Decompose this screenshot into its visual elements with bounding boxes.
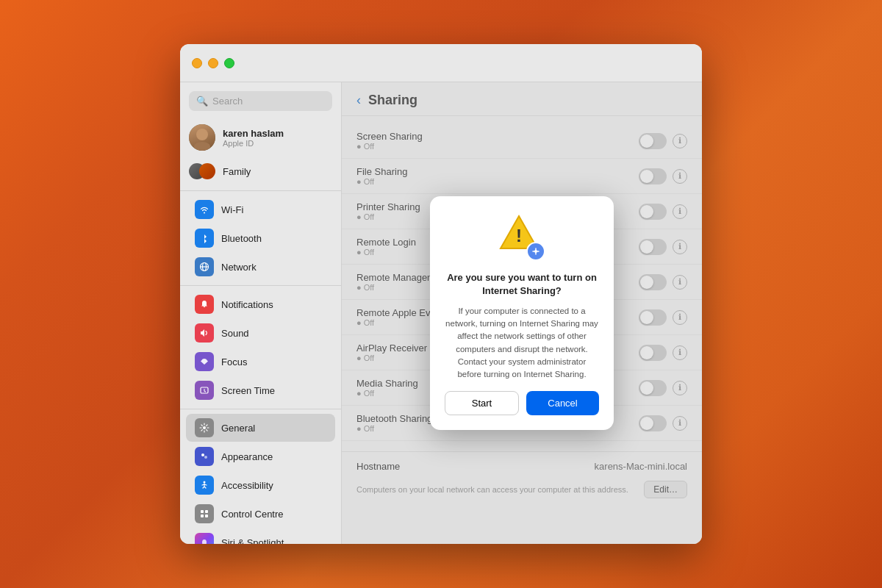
sidebar-item-bluetooth[interactable]: Bluetooth [186,224,335,252]
sidebar-item-accessibility[interactable]: Accessibility [186,471,335,499]
sidebar-item-network[interactable]: Network [186,253,335,281]
traffic-lights [192,58,234,68]
confirmation-modal: ! Are you sure you want to turn on Inter… [430,196,614,431]
general-icon [195,418,214,437]
notifications-icon [195,295,214,314]
sidebar-item-sound[interactable]: Sound [186,319,335,347]
screentime-label: Screen Time [221,385,275,396]
sidebar-item-wifi[interactable]: Wi-Fi [186,196,335,223]
screentime-icon [195,381,214,400]
controlcentre-icon [195,504,214,523]
family-icon-b [199,163,215,179]
notifications-label: Notifications [221,299,273,310]
sidebar-divider-1 [180,190,341,191]
sidebar-item-focus[interactable]: Focus [186,348,335,376]
accessibility-icon [195,476,214,495]
right-panel: ‹ Sharing Screen Sharing ● Off ℹ [342,82,702,544]
svg-point-6 [204,481,206,484]
sound-icon [195,323,214,343]
main-content: 🔍 Search karen haslam Apple ID F [180,82,702,544]
user-section[interactable]: karen haslam Apple ID [180,120,341,155]
focus-label: Focus [221,356,247,368]
start-button[interactable]: Start [445,391,519,415]
system-preferences-window: 🔍 Search karen haslam Apple ID F [180,44,702,544]
bluetooth-icon [195,229,214,248]
svg-rect-10 [205,514,208,517]
siri-label: Siri & Spotlight [221,537,284,545]
modal-body: If your computer is connected to a netwo… [445,305,599,381]
svg-point-5 [204,456,207,459]
network-icon [195,257,214,276]
general-label: General [221,423,255,434]
sidebar-item-notifications[interactable]: Notifications [186,290,335,318]
svg-text:!: ! [516,226,522,245]
search-placeholder: Search [212,96,243,107]
svg-rect-8 [205,510,208,513]
modal-buttons: Start Cancel [445,391,599,415]
family-label: Family [223,166,251,177]
sound-label: Sound [221,328,249,339]
minimize-button[interactable] [208,58,218,68]
network-label: Network [221,262,257,273]
sidebar-item-family[interactable]: Family [180,158,341,184]
sidebar-item-controlcentre[interactable]: Control Centre [186,500,335,528]
controlcentre-label: Control Centre [221,509,284,520]
sidebar-item-screentime[interactable]: Screen Time [186,376,335,404]
user-name: karen haslam [223,128,284,139]
modal-icon-area: ! [498,214,545,261]
sidebar-divider-2 [180,285,341,286]
search-bar[interactable]: 🔍 Search [189,91,332,111]
sidebar-divider-3 [180,409,341,409]
sidebar-item-general[interactable]: General [186,414,335,442]
siri-icon [195,533,214,544]
svg-rect-7 [201,510,204,513]
sidebar: 🔍 Search karen haslam Apple ID F [180,82,342,544]
wifi-label: Wi-Fi [221,204,243,215]
avatar [189,124,215,151]
wifi-icon [195,200,214,219]
svg-rect-9 [201,514,204,517]
search-icon: 🔍 [196,96,208,107]
appearance-icon [195,447,214,466]
focus-icon [195,352,214,371]
sidebar-item-siri[interactable]: Siri & Spotlight [186,528,335,544]
appearance-label: Appearance [221,451,273,462]
modal-title: Are you sure you want to turn on Interne… [445,271,599,298]
modal-overlay: ! Are you sure you want to turn on Inter… [342,82,702,544]
maximize-button[interactable] [224,58,234,68]
family-icon [189,161,215,182]
share-badge-icon [526,242,545,261]
user-subtitle: Apple ID [223,139,284,148]
cancel-button[interactable]: Cancel [526,391,599,415]
svg-point-4 [201,453,204,456]
bluetooth-label: Bluetooth [221,233,262,244]
titlebar [180,44,702,82]
close-button[interactable] [192,58,202,68]
sidebar-item-appearance[interactable]: Appearance [186,442,335,470]
accessibility-label: Accessibility [221,480,273,491]
svg-point-3 [203,426,206,429]
user-info: karen haslam Apple ID [223,128,284,148]
